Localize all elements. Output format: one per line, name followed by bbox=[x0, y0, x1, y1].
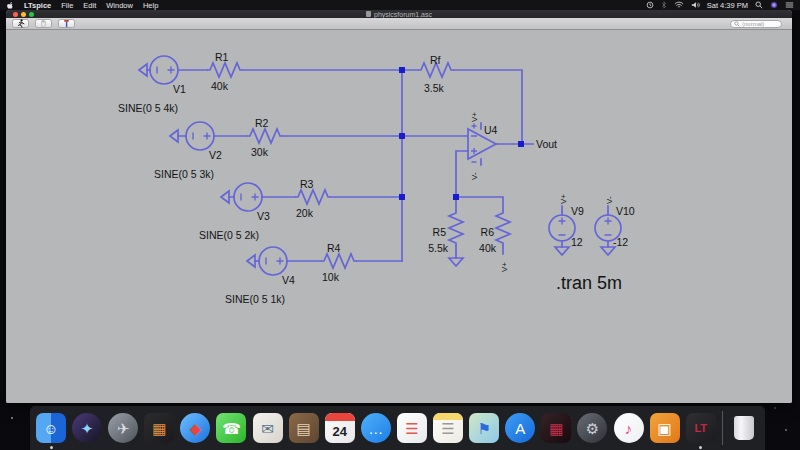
calendar-band bbox=[325, 413, 355, 421]
label-v3: V3 bbox=[257, 210, 270, 222]
spice-directive[interactable]: .tran 5m bbox=[556, 273, 622, 293]
dock-ltspice-icon[interactable]: LT bbox=[686, 413, 716, 443]
spotlight-icon[interactable] bbox=[755, 1, 763, 9]
ground-v4[interactable] bbox=[247, 255, 259, 267]
notification-center-icon[interactable] bbox=[785, 1, 794, 9]
search-placeholder: (normal) bbox=[742, 21, 764, 27]
ground-v1[interactable] bbox=[139, 64, 150, 76]
dock-app-store-icon[interactable]: A bbox=[505, 413, 535, 443]
running-indicator bbox=[50, 446, 53, 449]
ground-v2[interactable] bbox=[170, 130, 186, 142]
safari-glyph: ◆ bbox=[190, 421, 202, 436]
source-v2[interactable]: V2 SINE(0 5 3k) bbox=[154, 122, 222, 180]
time-machine-icon[interactable] bbox=[646, 1, 654, 9]
resistor-r2[interactable]: R2 30k bbox=[247, 117, 283, 158]
value-r3: 20k bbox=[296, 207, 314, 219]
junction bbox=[453, 194, 459, 200]
mission-control-glyph: ▦ bbox=[152, 421, 166, 436]
source-v4[interactable]: V4 SINE(0 5 1k) bbox=[225, 247, 295, 305]
volume-icon[interactable] bbox=[691, 1, 700, 9]
search-input[interactable]: (normal) bbox=[730, 20, 782, 29]
noninv-wire[interactable] bbox=[456, 151, 468, 197]
ground-v3[interactable] bbox=[221, 191, 234, 203]
resistor-r3[interactable]: R3 20k bbox=[295, 178, 331, 219]
system-preferences-glyph: ⚙ bbox=[586, 421, 599, 436]
calendar-date: 24 bbox=[333, 424, 347, 439]
label-r2: R2 bbox=[255, 117, 269, 129]
menu-app-name[interactable]: LTspice bbox=[24, 1, 51, 10]
window-title-bar[interactable]: physicsforum1.asc bbox=[6, 10, 792, 18]
menu-clock[interactable]: Sat 4:39 PM bbox=[707, 1, 748, 10]
menu-edit[interactable]: Edit bbox=[83, 1, 96, 10]
dock-safari-icon[interactable]: ◆ bbox=[180, 413, 210, 443]
dock-facetime-icon[interactable]: ☎ bbox=[216, 413, 246, 443]
trash-can bbox=[734, 416, 754, 440]
halt-hand-icon bbox=[39, 19, 48, 28]
resistor-r1[interactable]: R1 40k bbox=[207, 51, 243, 92]
schematic-canvas[interactable]: V1 SINE(0 5 4k) R1 40k V2 SINE(0 5 3k) bbox=[6, 30, 792, 403]
sine-v1: SINE(0 5 4k) bbox=[118, 102, 178, 114]
dock-mission-control-icon[interactable]: ▦ bbox=[144, 413, 174, 443]
run-button[interactable] bbox=[12, 19, 29, 28]
dock-maps-icon[interactable]: ⚑ bbox=[469, 413, 499, 443]
sine-v4: SINE(0 5 1k) bbox=[225, 293, 285, 305]
dock-siri-icon[interactable]: ✦ bbox=[72, 413, 102, 443]
source-v10[interactable]: V- V10 -12 bbox=[595, 196, 635, 255]
label-r6: R6 bbox=[481, 226, 495, 238]
source-v9[interactable]: V+ V9 12 bbox=[549, 194, 584, 255]
bluetooth-icon[interactable] bbox=[661, 1, 667, 9]
dock-finder-icon[interactable]: ☺ bbox=[36, 413, 66, 443]
dock-reminders-icon[interactable]: ☰ bbox=[397, 413, 427, 443]
dock-photo-booth-icon[interactable]: ▦ bbox=[541, 413, 571, 443]
resistor-rf[interactable]: Rf 3.5k bbox=[418, 54, 454, 94]
label-v4: V4 bbox=[282, 274, 295, 286]
schematic[interactable]: V1 SINE(0 5 4k) R1 40k V2 SINE(0 5 3k) bbox=[6, 30, 792, 403]
value-r5: 5.5k bbox=[428, 242, 449, 254]
junction bbox=[399, 133, 405, 139]
halt-button[interactable] bbox=[35, 19, 52, 28]
rail-label-opamp-vplus: V+ bbox=[470, 112, 479, 122]
reminders-glyph: ☰ bbox=[405, 421, 418, 436]
wire[interactable] bbox=[456, 197, 503, 210]
dock-contacts-icon[interactable]: ▤ bbox=[289, 413, 319, 443]
rail-label-r6-vplus: V+ bbox=[500, 262, 509, 272]
messages-glyph: … bbox=[368, 421, 383, 436]
dock-launchpad-icon[interactable]: ✈ bbox=[108, 413, 138, 443]
label-r5: R5 bbox=[433, 226, 447, 238]
dock-mail-icon[interactable]: ✉ bbox=[253, 413, 283, 443]
dock-notes-icon[interactable]: ☰ bbox=[433, 413, 463, 443]
dock-messages-icon[interactable]: … bbox=[361, 413, 391, 443]
wifi-icon[interactable] bbox=[674, 1, 684, 9]
label-v2: V2 bbox=[209, 149, 222, 161]
app-store-glyph: A bbox=[515, 421, 525, 436]
ltspice-glyph: LT bbox=[694, 423, 707, 434]
source-v3[interactable]: V3 SINE(0 5 2k) bbox=[199, 183, 270, 241]
sine-v3: SINE(0 5 2k) bbox=[199, 229, 259, 241]
launchpad-glyph: ✈ bbox=[117, 421, 130, 436]
siri-glyph: ✦ bbox=[81, 421, 94, 436]
siri-menu-icon[interactable] bbox=[770, 1, 778, 9]
books-glyph: ▣ bbox=[658, 421, 672, 436]
tools-button[interactable] bbox=[58, 19, 75, 28]
document-icon bbox=[366, 11, 371, 17]
ltspice-window: physicsforum1.asc (normal) bbox=[6, 10, 792, 403]
value-r1: 40k bbox=[211, 80, 229, 92]
dock-books-icon[interactable]: ▣ bbox=[650, 413, 680, 443]
dock-itunes-icon[interactable]: ♪ bbox=[614, 413, 644, 443]
dock: ☺✦✈▦◆☎✉▤24…☰☰⚑A▦⚙♪▣LT bbox=[30, 406, 765, 450]
menu-bar: LTspice File Edit Window Help Sat 4:39 P… bbox=[0, 0, 800, 10]
apple-menu-icon[interactable] bbox=[6, 1, 14, 9]
source-v1[interactable]: V1 SINE(0 5 4k) bbox=[118, 56, 186, 114]
dock-calendar-icon[interactable]: 24 bbox=[325, 413, 355, 443]
dock-system-preferences-icon[interactable]: ⚙ bbox=[577, 413, 607, 443]
menu-file[interactable]: File bbox=[61, 1, 73, 10]
label-vout[interactable]: Vout bbox=[536, 138, 557, 150]
resistor-r6[interactable]: R6 40k bbox=[479, 210, 510, 254]
opamp-u4[interactable]: V+ V- U4 bbox=[468, 112, 498, 180]
dock-trash-icon[interactable] bbox=[729, 413, 759, 443]
resistor-r5[interactable]: R5 5.5k bbox=[428, 210, 463, 254]
resistor-r4[interactable]: R4 10k bbox=[321, 242, 357, 283]
menu-window[interactable]: Window bbox=[106, 1, 133, 10]
menu-help[interactable]: Help bbox=[143, 1, 158, 10]
ground-r5[interactable] bbox=[449, 258, 463, 266]
